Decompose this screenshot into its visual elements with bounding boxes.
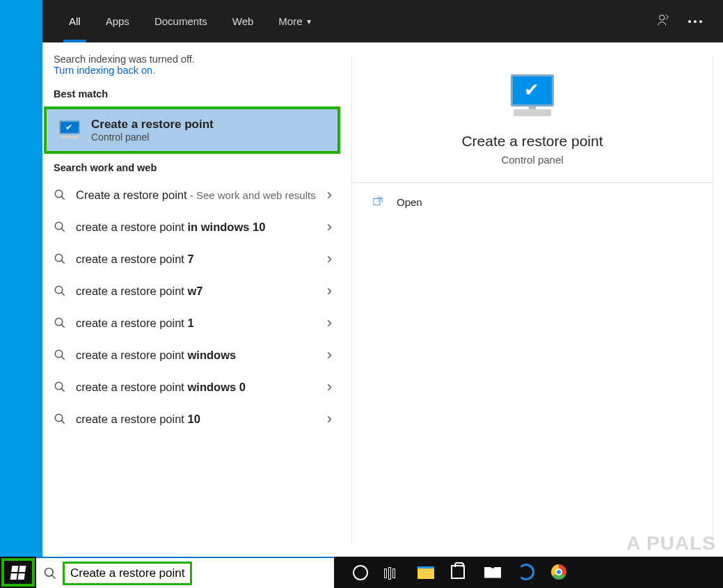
web-suggestion[interactable]: create a restore point 10› bbox=[42, 403, 342, 435]
web-suggestion[interactable]: create a restore point in windows 10› bbox=[42, 211, 342, 243]
turn-indexing-on-link[interactable]: Turn indexing back on. bbox=[54, 65, 331, 76]
svg-point-3 bbox=[55, 254, 63, 262]
mail-icon[interactable] bbox=[484, 563, 504, 582]
svg-point-5 bbox=[55, 318, 63, 326]
microsoft-store-icon[interactable] bbox=[451, 563, 470, 582]
search-icon bbox=[43, 566, 57, 580]
search-icon bbox=[54, 317, 66, 329]
web-suggestion[interactable]: create a restore point windows 0› bbox=[42, 371, 342, 403]
best-match-subtitle: Control panel bbox=[91, 132, 214, 143]
open-label: Open bbox=[397, 196, 422, 208]
results-list: Search indexing was turned off. Turn ind… bbox=[42, 42, 342, 557]
suggestion-text: create a restore point in windows 10 bbox=[76, 221, 317, 234]
tab-documents[interactable]: Documents bbox=[142, 0, 220, 42]
section-search-web: Search work and web bbox=[42, 155, 342, 179]
svg-point-0 bbox=[660, 15, 665, 19]
chevron-down-icon: ▾ bbox=[307, 17, 311, 26]
open-action[interactable]: Open bbox=[352, 183, 713, 221]
open-icon bbox=[372, 196, 384, 208]
tab-more[interactable]: More▾ bbox=[266, 0, 323, 42]
web-suggestion[interactable]: Create a restore point - See work and we… bbox=[42, 179, 342, 211]
chevron-right-icon: › bbox=[327, 282, 332, 300]
tab-all[interactable]: All bbox=[56, 0, 93, 42]
svg-point-8 bbox=[55, 414, 63, 422]
tab-more-label: More bbox=[278, 15, 302, 27]
result-preview-panel: ✔ Create a restore point Control panel O… bbox=[351, 55, 713, 544]
search-icon bbox=[54, 221, 66, 233]
tab-apps[interactable]: Apps bbox=[93, 0, 142, 42]
search-icon bbox=[54, 253, 66, 265]
indexing-notice-text: Search indexing was turned off. bbox=[54, 54, 331, 65]
indexing-notice: Search indexing was turned off. Turn ind… bbox=[42, 42, 342, 81]
tab-web[interactable]: Web bbox=[220, 0, 267, 42]
chevron-right-icon: › bbox=[327, 186, 332, 204]
svg-point-7 bbox=[55, 382, 63, 390]
web-suggestion[interactable]: create a restore point 7› bbox=[42, 243, 342, 275]
search-icon bbox=[54, 381, 66, 393]
suggestion-text: create a restore point w7 bbox=[76, 285, 317, 298]
search-icon bbox=[54, 413, 66, 425]
start-button[interactable] bbox=[1, 558, 35, 587]
svg-rect-9 bbox=[374, 199, 380, 205]
svg-point-4 bbox=[55, 286, 63, 294]
web-suggestion[interactable]: create a restore point w7› bbox=[42, 275, 342, 307]
section-best-match: Best match bbox=[42, 81, 342, 105]
taskbar-apps bbox=[334, 557, 723, 588]
suggestion-text: create a restore point windows bbox=[76, 349, 317, 362]
suggestion-text: create a restore point 10 bbox=[76, 413, 317, 426]
cortana-icon[interactable] bbox=[351, 563, 370, 582]
search-input[interactable]: Create a restore point bbox=[63, 562, 192, 585]
suggestion-text: create a restore point windows 0 bbox=[76, 381, 317, 394]
chevron-right-icon: › bbox=[327, 250, 332, 268]
chevron-right-icon: › bbox=[327, 346, 332, 364]
edge-icon[interactable] bbox=[518, 563, 537, 582]
taskbar: Create a restore point bbox=[0, 557, 723, 588]
svg-point-10 bbox=[45, 568, 54, 576]
desktop-background-strip bbox=[0, 0, 42, 557]
search-icon bbox=[54, 285, 66, 297]
chevron-right-icon: › bbox=[327, 410, 332, 428]
feedback-icon[interactable] bbox=[656, 13, 672, 31]
suggestion-text: create a restore point 1 bbox=[76, 317, 317, 330]
chevron-right-icon: › bbox=[327, 314, 332, 332]
taskbar-search[interactable]: Create a restore point bbox=[36, 557, 334, 588]
monitor-check-icon: ✔ bbox=[58, 120, 81, 140]
svg-point-1 bbox=[55, 190, 63, 198]
web-suggestion[interactable]: create a restore point windows› bbox=[42, 339, 342, 371]
chevron-right-icon: › bbox=[327, 218, 332, 236]
suggestion-text: Create a restore point - See work and we… bbox=[76, 189, 317, 202]
best-match-item[interactable]: ✔ Create a restore point Control panel bbox=[44, 106, 340, 154]
preview-subtitle: Control panel bbox=[352, 154, 713, 166]
preview-title: Create a restore point bbox=[352, 133, 713, 150]
svg-point-2 bbox=[55, 222, 63, 230]
monitor-check-icon: ✔ bbox=[501, 74, 564, 123]
best-match-title: Create a restore point bbox=[91, 118, 214, 132]
windows-logo-icon bbox=[10, 566, 26, 580]
suggestion-text: create a restore point 7 bbox=[76, 253, 317, 266]
search-filter-tabs: All Apps Documents Web More▾ bbox=[42, 0, 723, 42]
search-icon bbox=[54, 349, 66, 361]
watermark: A PUALS bbox=[626, 532, 716, 555]
more-options-icon[interactable] bbox=[688, 20, 702, 23]
svg-point-6 bbox=[55, 350, 63, 358]
web-suggestion[interactable]: create a restore point 1› bbox=[42, 307, 342, 339]
file-explorer-icon[interactable] bbox=[418, 563, 437, 582]
chrome-icon[interactable] bbox=[551, 563, 571, 582]
chevron-right-icon: › bbox=[327, 378, 332, 396]
search-icon bbox=[54, 189, 66, 201]
task-view-icon[interactable] bbox=[384, 563, 404, 582]
